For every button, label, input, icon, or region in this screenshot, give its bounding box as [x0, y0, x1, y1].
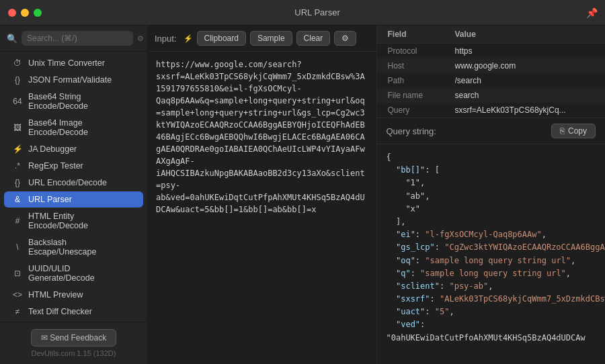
- sidebar-icon-text-diff: ≠: [12, 307, 23, 316]
- field-name: Host: [388, 61, 455, 71]
- field-value: www.google.com: [455, 61, 516, 71]
- sidebar-icon-uuid: ⊡: [12, 269, 23, 278]
- sidebar-item-js-debugger[interactable]: ⚡JA Debugger: [4, 141, 143, 157]
- sidebar-label-uuid: UUID/ULID Generate/Decode: [28, 264, 135, 283]
- sidebar-label-url-encode: URL Encode/Decode: [28, 178, 107, 187]
- sidebar-item-backslash[interactable]: \Backslash Escape/Unescape: [4, 234, 143, 260]
- input-textarea[interactable]: https://www.google.com/search?sxsrf=ALeK…: [148, 52, 376, 364]
- field-value: search: [455, 91, 479, 100]
- sidebar-footer: ✉ Send Feedback DevUtils.com 1.15 (132D): [0, 322, 147, 364]
- feedback-button[interactable]: ✉ Send Feedback: [31, 329, 116, 347]
- field-name: Protocol: [388, 46, 455, 56]
- sidebar-icon-backslash: \: [12, 242, 23, 252]
- search-bar: 🔍 ⚙: [0, 26, 147, 52]
- sidebar-item-text-diff[interactable]: ≠Text Diff Checker: [4, 304, 143, 320]
- window-controls: [8, 9, 42, 17]
- sidebar-item-uuid[interactable]: ⊡UUID/ULID Generate/Decode: [4, 261, 143, 286]
- sidebar-label-base64-image: Base64 Image Encode/Decode: [28, 118, 135, 137]
- input-section: Input: ⚡ Clipboard Sample Clear ⚙ https:…: [148, 26, 377, 364]
- query-header: Query string: ⎘ Copy: [377, 118, 606, 144]
- sidebar-item-url-encode[interactable]: {}URL Encode/Decode: [4, 175, 143, 191]
- sidebar-item-html-entity[interactable]: #HTML Entity Encode/Decode: [4, 208, 143, 234]
- sidebar-item-base64-string[interactable]: 64Base64 String Encode/Decode: [4, 89, 143, 114]
- titlebar-pin-icon: 📌: [586, 7, 597, 18]
- sidebar-icon-unix-time: ⏱: [12, 58, 23, 68]
- field-name: Query: [388, 105, 455, 115]
- sidebar-item-html-preview[interactable]: <>HTML Preview: [4, 287, 143, 303]
- field-value: /search: [455, 76, 481, 85]
- sidebar-icon-url-parser: &: [12, 195, 23, 204]
- field-name: Path: [388, 76, 455, 85]
- sidebar-label-json-format: JSON Format/Validate: [28, 75, 112, 85]
- field-value: https: [455, 46, 473, 56]
- main-layout: 🔍 ⚙ ⏱Unix Time Converter{}JSON Format/Va…: [0, 26, 605, 364]
- field-value: sxsrf=ALeKk03TpCS68ykjCq...: [455, 105, 566, 115]
- sidebar-label-url-parser: URL Parser: [28, 195, 72, 204]
- copy-button[interactable]: ⎘ Copy: [551, 124, 596, 138]
- table-row: Querysxsrf=ALeKk03TpCS68ykjCq...: [377, 103, 606, 118]
- sidebar-icon-html-entity: #: [12, 216, 23, 226]
- query-content: { "bb[]": [ "1", "ab", "x" ], "ei": "l-f…: [377, 144, 606, 364]
- sidebar-icon-js-debugger: ⚡: [12, 144, 23, 154]
- right-panel: Field Value ProtocolhttpsHostwww.google.…: [377, 26, 606, 364]
- field-header-field: Field: [388, 30, 455, 39]
- sidebar-label-regexp: RegExp Tester: [28, 161, 83, 171]
- lightning-icon: ⚡: [184, 34, 193, 43]
- sidebar-item-regexp[interactable]: .*RegExp Tester: [4, 158, 143, 174]
- fields-rows: ProtocolhttpsHostwww.google.comPath/sear…: [377, 44, 606, 118]
- sidebar-item-json-format[interactable]: {}JSON Format/Validate: [4, 72, 143, 88]
- table-row: File namesearch: [377, 88, 606, 103]
- field-name: File name: [388, 91, 455, 100]
- window-title: URL Parser: [48, 7, 586, 17]
- table-row: Path/search: [377, 73, 606, 88]
- dual-panel: Input: ⚡ Clipboard Sample Clear ⚙ https:…: [148, 26, 605, 364]
- table-row: Hostwww.google.com: [377, 58, 606, 73]
- sidebar-label-backslash: Backslash Escape/Unescape: [28, 238, 135, 257]
- search-icon: 🔍: [7, 34, 17, 44]
- copy-label: Copy: [568, 126, 587, 136]
- sidebar-label-text-diff: Text Diff Checker: [28, 307, 92, 316]
- search-shortcut: ⚙: [137, 34, 144, 43]
- sidebar-item-base64-image[interactable]: 🖼Base64 Image Encode/Decode: [4, 115, 143, 140]
- query-section: Query string: ⎘ Copy { "bb[]": [ "1", "a…: [377, 118, 606, 364]
- table-row: Protocolhttps: [377, 44, 606, 58]
- sidebar-label-html-entity: HTML Entity Encode/Decode: [28, 212, 135, 230]
- sidebar-icon-json-format: {}: [12, 75, 23, 85]
- sidebar-icon-html-preview: <>: [12, 290, 23, 300]
- settings-button[interactable]: ⚙: [334, 31, 356, 46]
- maximize-button[interactable]: [34, 9, 42, 17]
- fields-table: Field Value ProtocolhttpsHostwww.google.…: [377, 26, 606, 118]
- sidebar-icon-regexp: .*: [12, 161, 23, 171]
- field-header-value: Value: [455, 30, 476, 39]
- sample-button[interactable]: Sample: [250, 31, 292, 46]
- sidebar: 🔍 ⚙ ⏱Unix Time Converter{}JSON Format/Va…: [0, 26, 148, 364]
- close-button[interactable]: [8, 9, 16, 17]
- sidebar-icon-base64-string: 64: [12, 97, 23, 106]
- clipboard-button[interactable]: Clipboard: [197, 31, 246, 46]
- titlebar: URL Parser 📌: [0, 0, 605, 26]
- sidebar-items: ⏱Unix Time Converter{}JSON Format/Valida…: [0, 52, 147, 322]
- version-text: DevUtils.com 1.15 (132D): [32, 349, 116, 357]
- sidebar-icon-url-encode: {}: [12, 178, 23, 187]
- input-label: Input:: [155, 34, 177, 44]
- sidebar-item-unix-time[interactable]: ⏱Unix Time Converter: [4, 55, 143, 71]
- sidebar-label-js-debugger: JA Debugger: [28, 144, 77, 154]
- query-title: Query string:: [387, 126, 436, 136]
- sidebar-item-url-parser[interactable]: &URL Parser: [4, 191, 143, 208]
- fields-header: Field Value: [377, 26, 606, 44]
- search-input[interactable]: [22, 31, 133, 46]
- sidebar-label-html-preview: HTML Preview: [28, 290, 83, 300]
- sidebar-icon-base64-image: 🖼: [12, 123, 23, 132]
- clear-button[interactable]: Clear: [296, 31, 331, 46]
- copy-icon: ⎘: [560, 126, 565, 136]
- sidebar-label-unix-time: Unix Time Converter: [28, 58, 105, 68]
- minimize-button[interactable]: [21, 9, 29, 17]
- input-toolbar: Input: ⚡ Clipboard Sample Clear ⚙: [148, 26, 376, 52]
- sidebar-label-base64-string: Base64 String Encode/Decode: [28, 92, 135, 111]
